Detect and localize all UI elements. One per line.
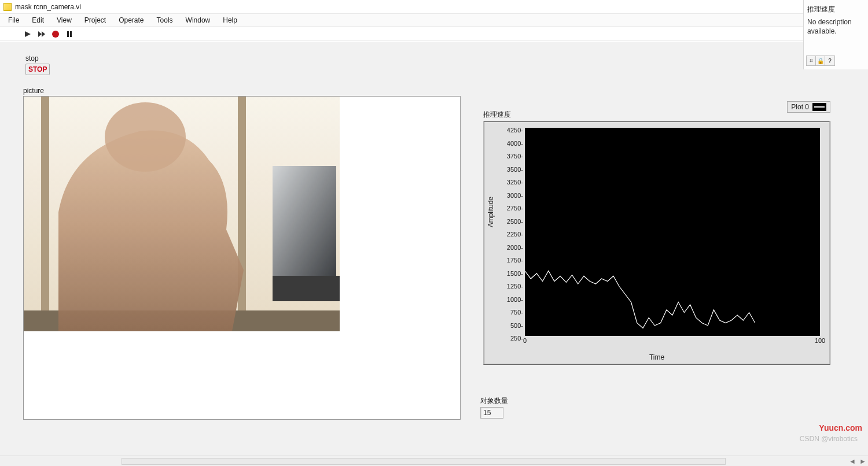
context-help-title: 推理速度 bbox=[807, 5, 865, 14]
chart-xticks: 0100 bbox=[525, 337, 820, 346]
svg-rect-4 bbox=[67, 31, 69, 37]
window-title: mask rcnn_camera.vi bbox=[15, 3, 81, 11]
svg-rect-13 bbox=[24, 97, 340, 331]
menu-operate[interactable]: Operate bbox=[113, 15, 149, 25]
help-tool-detail-icon[interactable]: ⌗ bbox=[807, 56, 816, 65]
picture-label: picture bbox=[23, 87, 461, 95]
chart-legend[interactable]: Plot 0 bbox=[787, 101, 830, 113]
stop-label: stop bbox=[25, 54, 50, 62]
toolbar bbox=[0, 27, 868, 41]
svg-marker-2 bbox=[42, 31, 45, 37]
svg-marker-1 bbox=[38, 31, 42, 37]
front-panel: stop STOP picture bbox=[0, 42, 868, 456]
horizontal-scrollbar[interactable]: ◄ ► bbox=[0, 456, 868, 466]
menu-file[interactable]: File bbox=[2, 15, 25, 25]
svg-rect-5 bbox=[70, 31, 72, 37]
menubar: File Edit View Project Operate Tools Win… bbox=[0, 14, 868, 27]
waveform-chart: 推理速度 Plot 0 Amplitude 4250-4000-3750-350… bbox=[483, 110, 830, 365]
svg-marker-0 bbox=[25, 31, 31, 37]
menu-window[interactable]: Window bbox=[180, 15, 216, 25]
stop-button[interactable]: STOP bbox=[25, 64, 50, 75]
picture-indicator: picture bbox=[23, 87, 461, 420]
context-help-tools: ⌗ 🔒 ? bbox=[806, 56, 835, 66]
scroll-left-icon[interactable]: ◄ bbox=[847, 457, 858, 466]
picture-display bbox=[23, 96, 461, 420]
watermark-site: Yuucn.com bbox=[819, 423, 862, 432]
titlebar: mask rcnn_camera.vi bbox=[0, 0, 868, 14]
watermark-credit: CSDN @virobotics bbox=[800, 435, 858, 443]
context-help-pane: 推理速度 No description available. ⌗ 🔒 ? bbox=[803, 0, 868, 69]
scrollbar-track[interactable] bbox=[122, 458, 726, 465]
chart-plot-frame: Amplitude 4250-4000-3750-3500-3250-3000-… bbox=[483, 121, 830, 365]
run-icon[interactable] bbox=[23, 29, 32, 39]
menu-help[interactable]: Help bbox=[217, 15, 243, 25]
object-count-indicator: 对象数量 15 bbox=[480, 396, 508, 419]
help-tool-lock-icon[interactable]: 🔒 bbox=[816, 56, 825, 65]
chart-xlabel: Time bbox=[649, 353, 664, 361]
menu-view[interactable]: View bbox=[51, 15, 78, 25]
stop-control: stop STOP bbox=[25, 54, 50, 75]
context-help-description: No description available. bbox=[807, 18, 865, 36]
chart-legend-swatch bbox=[812, 103, 826, 111]
menu-edit[interactable]: Edit bbox=[26, 15, 50, 25]
object-count-value: 15 bbox=[480, 407, 503, 419]
camera-frame bbox=[24, 97, 340, 331]
pause-icon[interactable] bbox=[65, 29, 74, 39]
abort-icon[interactable] bbox=[51, 29, 60, 39]
menu-tools[interactable]: Tools bbox=[151, 15, 179, 25]
chart-title: 推理速度 bbox=[483, 110, 830, 120]
object-count-label: 对象数量 bbox=[480, 396, 508, 406]
help-tool-question-icon[interactable]: ? bbox=[825, 56, 834, 65]
chart-yticks: 4250-4000-3750-3500-3250-3000-2750-2500-… bbox=[504, 124, 525, 339]
app-icon bbox=[3, 3, 12, 11]
menu-project[interactable]: Project bbox=[79, 15, 112, 25]
chart-legend-label: Plot 0 bbox=[791, 103, 809, 111]
run-continuous-icon[interactable] bbox=[37, 29, 46, 39]
scroll-right-icon[interactable]: ► bbox=[858, 457, 868, 466]
chart-plot-area[interactable] bbox=[525, 128, 820, 336]
chart-ylabel: Amplitude bbox=[487, 197, 495, 227]
svg-point-3 bbox=[52, 31, 59, 38]
